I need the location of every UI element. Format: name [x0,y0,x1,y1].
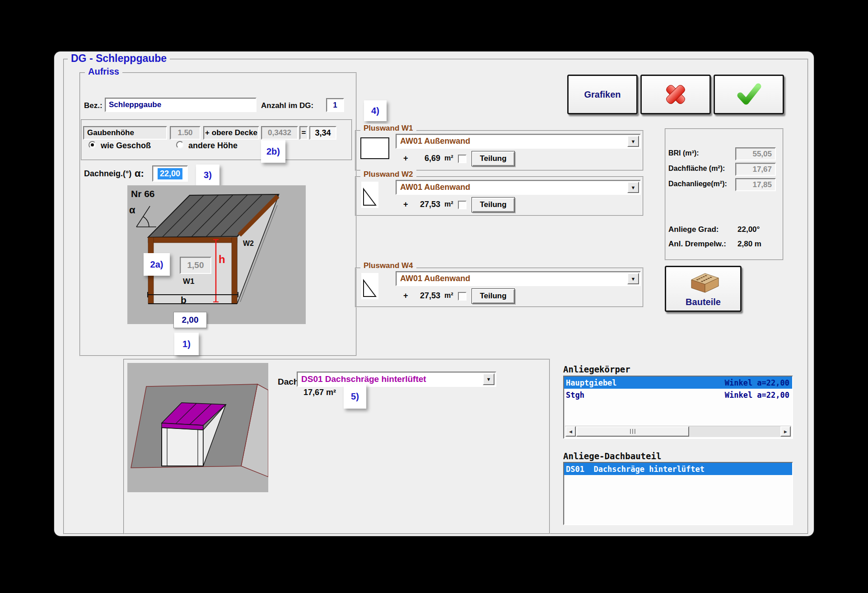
pluswand-w2-plus: + [403,200,408,209]
list-item[interactable]: DS01 Dachschräge hinterlüftet [564,463,792,475]
dialog-title: DG - Schleppgaube [68,52,170,65]
radio-wie-geschoss[interactable] [89,141,96,149]
pluswand-w1-teilung-button[interactable]: Teilung [471,151,515,166]
scrollbar-grip [632,429,633,434]
pluswand-w1-dropdown[interactable]: AW01 Außenwand ▼ [396,134,641,149]
anliege-dachbauteil-listbox[interactable]: DS01 Dachschräge hinterlüftet [563,462,793,525]
anliege-winkel: Winkel a=22,00 [725,391,789,400]
dropdown-arrow-icon[interactable]: ▼ [627,136,639,147]
pluswand-w2-unit: m² [444,200,453,208]
bri-label: BRI (m³): [668,149,699,157]
radio-andere-hoehe[interactable] [176,141,184,149]
list-item[interactable]: Hauptgiebel Winkel a=22,00 [564,377,792,389]
pluswand-w4-teilung-checkbox[interactable] [458,292,467,301]
dachanliege-value: 17,85 [735,178,776,191]
anliegekoerper-listbox[interactable]: Hauptgiebel Winkel a=22,00 Stgh Winkel a… [563,376,793,439]
pluswand-w2-teilung-button[interactable]: Teilung [471,197,515,212]
pluswand-w2-teilung-checkbox[interactable] [458,201,467,209]
gaube-nr-label: Nr 66 [131,188,155,199]
gaubenhoehe-diagram-field[interactable]: 1,50 [180,257,211,274]
dach-area-value: 17,67 m² [303,388,336,397]
pluswand-w1-material: AW01 Außenwand [397,136,470,146]
h-diagram-label: h [219,253,225,266]
obere-decke-label-box: + obere Decke [203,126,259,140]
dachneigung-input[interactable]: 22,00 [152,165,188,182]
dachanliege-label: Dachanliege(m²): [668,180,727,188]
pluswand-w4-material: AW01 Außenwand [397,274,470,283]
wall-shape-triangle-icon [361,273,378,299]
dach-anliege-diagram [127,363,268,492]
dach-3d-drawing [127,363,268,492]
scroll-left-icon[interactable]: ◀ [565,426,576,437]
anliege-grad-value: 22,00° [737,225,760,234]
pluswand-w4-teilung-button[interactable]: Teilung [471,288,515,304]
dachflaeche-value: 17,67 [735,163,776,176]
bez-value: Schleppgaube [109,100,161,109]
w1-diagram-label: W1 [183,277,195,286]
pluswand-w1-teilung-checkbox[interactable] [458,155,467,163]
bez-input[interactable]: Schleppgaube [105,98,257,112]
pluswand-w4-plus: + [403,291,408,301]
dropdown-arrow-icon[interactable]: ▼ [483,373,495,385]
dach-dropdown[interactable]: DS01 Dachschräge hinterlüftet ▼ [297,372,496,387]
radio-andere-hoehe-label: andere Höhe [188,141,238,151]
aufriss-title: Aufriss [85,66,122,77]
brick-icon [685,271,721,296]
pluswand-w4-dropdown[interactable]: AW01 Außenwand ▼ [396,271,641,286]
screen: DG - Schleppgaube Aufriss Bez.: Schleppg… [0,0,868,593]
gesamt-value: 3,34 [309,126,336,140]
annotation-badge-2b: 2b) [261,140,285,163]
anliege-dachbauteil-title: Anliege-Dachbauteil [563,451,661,461]
gaubenhoehe-label-box: Gaubenhöhe [83,126,167,140]
radio-wie-geschoss-label: wie Geschoß [101,141,151,151]
anzahl-input[interactable]: 1 [326,98,344,112]
pluswand-w1-plus: + [403,154,408,163]
ok-check-icon [736,83,762,106]
cancel-x-icon [663,82,688,107]
dropdown-arrow-icon[interactable]: ▼ [627,182,639,193]
b-diagram-label: b [181,295,187,306]
annotation-badge-2a: 2a) [144,253,170,276]
alpha-diagram-label: α [129,204,135,216]
wall-shape-rect-icon [360,137,389,159]
scroll-right-icon[interactable]: ▶ [780,426,791,437]
horizontal-scrollbar[interactable]: ◀ ▶ [565,426,791,437]
alpha-symbol: α: [135,168,144,179]
bri-value: 55,05 [735,147,776,160]
bauteile-button[interactable]: Bauteile [665,266,742,312]
scrollbar-grip [630,429,631,434]
dropdown-arrow-icon[interactable]: ▼ [627,273,639,284]
pluswand-w4-title: Pluswand W4 [360,261,416,270]
wall-shape-triangle-icon [361,182,378,208]
equals-sign: = [299,126,308,140]
pluswand-w2-material: AW01 Außenwand [397,183,470,192]
ok-button[interactable] [714,75,784,114]
grafiken-button-label: Grafiken [584,89,621,100]
annotation-badge-1: 1) [174,333,199,355]
pluswand-w2-dropdown[interactable]: AW01 Außenwand ▼ [396,180,641,195]
obere-decke-value: 0,3432 [261,126,298,140]
anliege-name: Hauptgiebel [566,378,617,387]
pluswand-w1-area: 6,69 [413,154,440,163]
dachflaeche-label: Dachfläche (m²): [668,165,725,173]
list-item[interactable]: Stgh Winkel a=22,00 [564,389,792,401]
scrollbar-thumb[interactable] [576,426,689,437]
pluswand-w4-area: 27,53 [409,291,440,301]
bauteile-button-label: Bauteile [686,297,721,307]
anliege-winkel: Winkel a=22,00 [725,378,789,387]
scrollbar-grip [635,429,635,434]
w2-diagram-label: W2 [243,240,254,248]
annotation-badge-5: 5) [344,384,366,409]
anzahl-label: Anzahl im DG: [261,101,313,110]
annotation-badge-3: 3) [196,165,219,185]
anliegekoerper-title: Anliegekörper [563,364,630,374]
dach-selected-value: DS01 Dachschräge hinterlüftet [298,374,426,384]
dachneigung-selected-text: 22,00 [158,168,182,179]
grafiken-button[interactable]: Grafiken [567,75,638,114]
gaubenhoehe-value: 1.50 [170,126,201,140]
cancel-button[interactable] [640,75,711,114]
breite-input[interactable]: 2,00 [173,312,207,328]
pluswand-w2-title: Pluswand W2 [360,170,416,179]
pluswand-w1-title: Pluswand W1 [360,124,416,133]
annotation-badge-4: 4) [364,100,387,121]
